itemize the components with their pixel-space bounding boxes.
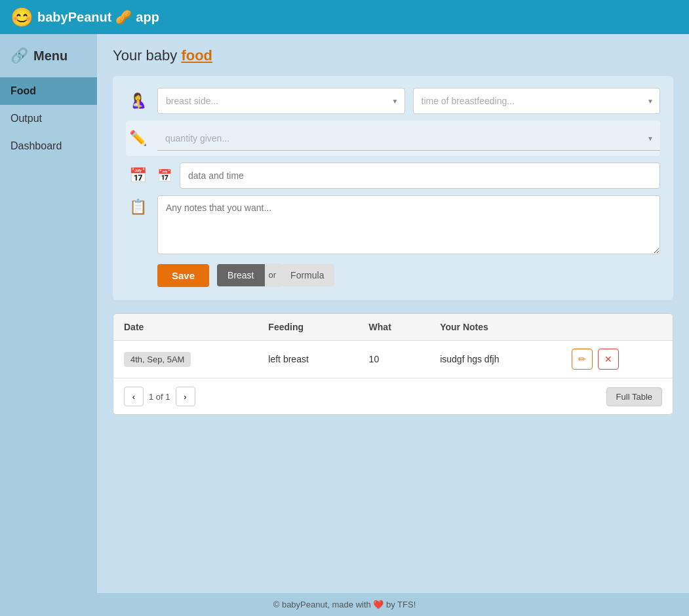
col-actions <box>561 314 673 341</box>
logo-emoji: 😊 <box>10 7 33 28</box>
quantity-wrapper: quantity given... 50ml 100ml 150ml 200ml <box>157 126 660 151</box>
breast-row: 🤱 breast side... Left Right Both time of… <box>126 88 660 114</box>
food-form-card: 🤱 breast side... Left Right Both time of… <box>113 76 673 300</box>
row-feeding: left breast <box>258 341 358 378</box>
sidebar-menu-header: 🔗 Menu <box>0 41 97 77</box>
page-title-highlight: food <box>181 47 212 64</box>
datetime-row: 📅 📅 <box>126 163 660 189</box>
page-info: 1 of 1 <box>149 392 170 402</box>
breast-time-wrapper: time of breastfeeding... 5 min 10 min 15… <box>413 88 661 114</box>
row-what: 10 <box>359 341 430 378</box>
notes-textarea[interactable] <box>157 195 660 254</box>
row-notes: isudgf hgs dfjh <box>429 341 561 378</box>
col-feeding: Feeding <box>258 314 358 341</box>
breastfeed-icon: 🤱 <box>126 89 149 113</box>
breast-toggle-button[interactable]: Breast <box>217 264 264 286</box>
sidebar-item-output[interactable]: Output <box>0 105 97 132</box>
col-what: What <box>359 314 430 341</box>
sidebar-output-label: Output <box>10 113 42 124</box>
main-layout: 🔗 Menu Food Output Dashboard Your baby f… <box>0 34 689 593</box>
pencil-icon: ✏️ <box>126 126 149 150</box>
calendar-icon: 📅 <box>126 164 149 187</box>
sidebar-item-food[interactable]: Food <box>0 77 97 105</box>
main-content: Your baby food 🤱 breast side... Left Rig… <box>97 34 689 593</box>
page-title: Your baby food <box>113 47 673 64</box>
delete-button[interactable]: ✕ <box>598 349 619 370</box>
row-date: 4th, Sep, 5AM <box>113 341 258 378</box>
full-table-button[interactable]: Full Table <box>606 387 662 406</box>
food-table: Date Feeding What Your Notes 4th, Sep, 5… <box>113 314 673 378</box>
food-table-card: Date Feeding What Your Notes 4th, Sep, 5… <box>113 313 673 415</box>
notes-row: 📋 <box>126 195 660 254</box>
table-row: 4th, Sep, 5AM left breast 10 isudgf hgs … <box>113 341 673 378</box>
date-badge: 4th, Sep, 5AM <box>124 352 191 367</box>
breast-side-wrapper: breast side... Left Right Both <box>157 88 405 114</box>
quantity-row: ✏️ quantity given... 50ml 100ml 150ml 20… <box>126 121 660 156</box>
feeding-type-toggle: Breast or Formula <box>217 263 334 287</box>
next-page-button[interactable]: › <box>176 387 195 406</box>
breast-side-select[interactable]: breast side... Left Right Both <box>157 88 405 114</box>
toggle-or-label: or <box>265 263 281 287</box>
datetime-input[interactable] <box>180 163 660 189</box>
app-header: 😊 babyPeanut 🥜 app <box>0 0 689 34</box>
footer-text: © babyPeanut, made with ❤️ by TFS! <box>273 600 416 609</box>
sidebar-dashboard-label: Dashboard <box>10 140 62 151</box>
quantity-select[interactable]: quantity given... 50ml 100ml 150ml 200ml <box>157 126 660 151</box>
app-subtitle: app <box>136 10 159 25</box>
edit-button[interactable]: ✏ <box>572 349 593 370</box>
pagination: ‹ 1 of 1 › <box>124 387 195 406</box>
col-date: Date <box>113 314 258 341</box>
calendar-small-icon: 📅 <box>157 168 172 183</box>
row-actions: ✏ ✕ <box>561 341 673 378</box>
app-footer: © babyPeanut, made with ❤️ by TFS! <box>0 593 689 616</box>
formula-toggle-button[interactable]: Formula <box>280 264 334 286</box>
sidebar: 🔗 Menu Food Output Dashboard <box>0 34 97 593</box>
breast-time-select[interactable]: time of breastfeeding... 5 min 10 min 15… <box>413 88 661 114</box>
sidebar-menu-label: Menu <box>33 48 68 64</box>
menu-icon: 🔗 <box>10 47 28 64</box>
app-logo: 😊 babyPeanut 🥜 app <box>10 7 159 28</box>
col-notes: Your Notes <box>429 314 561 341</box>
app-name: babyPeanut <box>37 10 111 25</box>
notes-icon: 📋 <box>126 195 149 219</box>
prev-page-button[interactable]: ‹ <box>124 387 144 406</box>
sidebar-item-dashboard[interactable]: Dashboard <box>0 132 97 160</box>
sidebar-food-label: Food <box>10 85 36 96</box>
peanut-icon: 🥜 <box>115 9 132 25</box>
page-title-prefix: Your baby <box>113 47 181 64</box>
form-actions: Save Breast or Formula <box>126 263 660 287</box>
table-header-row: Date Feeding What Your Notes <box>113 314 673 341</box>
table-footer: ‹ 1 of 1 › Full Table <box>113 378 673 414</box>
save-button[interactable]: Save <box>157 264 209 287</box>
